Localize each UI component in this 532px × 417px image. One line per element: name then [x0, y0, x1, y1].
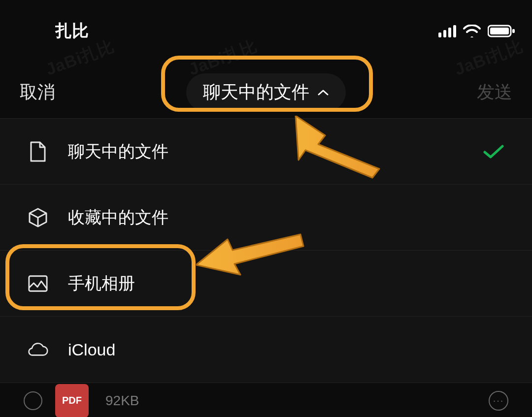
menu-item-photos[interactable]: 手机相册: [0, 251, 532, 317]
cellular-icon: [438, 25, 456, 37]
cloud-icon: [28, 339, 48, 360]
source-menu: 聊天中的文件 收藏中的文件 手机相册 iCloud: [0, 118, 532, 383]
select-radio[interactable]: [24, 391, 42, 410]
svg-rect-0: [438, 32, 441, 37]
checkmark-icon: [483, 143, 504, 160]
file-row[interactable]: PDF 92KB ···: [0, 384, 532, 417]
source-dropdown[interactable]: 聊天中的文件: [186, 73, 346, 111]
svg-rect-6: [512, 29, 515, 33]
menu-item-label: 聊天中的文件: [68, 140, 168, 163]
file-icon: [28, 141, 48, 162]
menu-item-label: iCloud: [68, 340, 115, 359]
file-size: 92KB: [105, 393, 139, 409]
menu-item-favorites[interactable]: 收藏中的文件: [0, 185, 532, 251]
menu-item-label: 收藏中的文件: [68, 206, 168, 229]
menu-item-label: 手机相册: [68, 272, 135, 295]
navigation-bar: 取消 聊天中的文件 发送: [0, 66, 532, 118]
wifi-icon: [463, 25, 481, 37]
svg-rect-5: [490, 28, 509, 34]
status-bar: 扎比: [0, 19, 532, 43]
photo-icon: [28, 273, 48, 294]
send-button[interactable]: 发送: [477, 80, 512, 104]
svg-rect-7: [29, 276, 47, 291]
battery-icon: [488, 25, 515, 37]
pdf-badge: PDF: [55, 384, 89, 417]
more-icon[interactable]: ···: [489, 391, 508, 411]
cancel-button[interactable]: 取消: [20, 80, 55, 104]
menu-item-chat-files[interactable]: 聊天中的文件: [0, 119, 532, 185]
svg-rect-2: [448, 28, 451, 37]
svg-rect-1: [443, 30, 446, 37]
dropdown-label: 聊天中的文件: [203, 80, 309, 104]
status-title: 扎比: [55, 20, 89, 42]
menu-item-icloud[interactable]: iCloud: [0, 317, 532, 383]
cube-icon: [28, 207, 48, 228]
svg-rect-3: [453, 25, 456, 37]
chevron-up-icon: [317, 89, 329, 96]
